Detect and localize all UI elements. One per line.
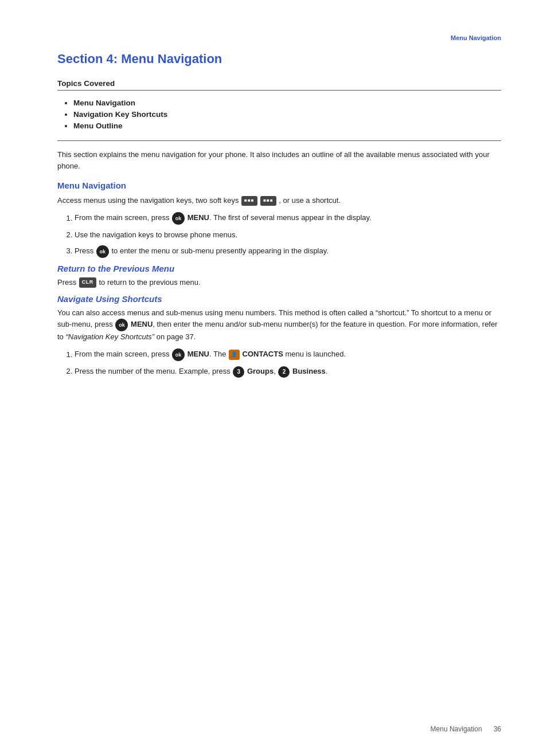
num-key-3: 3 bbox=[233, 366, 244, 378]
return-prev-body: Press CLR to return to the previous menu… bbox=[57, 277, 501, 288]
topics-covered-label: Topics Covered bbox=[57, 79, 501, 88]
return-prev-title: Return to the Previous Menu bbox=[57, 264, 501, 273]
footer-label: Menu Navigation bbox=[431, 725, 482, 733]
ok-key-3: ok bbox=[115, 319, 128, 331]
menu-nav-title: Menu Navigation bbox=[57, 181, 501, 190]
footer-inner: Menu Navigation 36 bbox=[431, 725, 501, 733]
footer: Menu Navigation 36 bbox=[0, 725, 547, 733]
list-item: Navigation Key Shortcuts bbox=[73, 110, 501, 119]
topics-list: Menu Navigation Navigation Key Shortcuts… bbox=[57, 99, 501, 130]
contacts-icon: 👤 bbox=[229, 350, 240, 360]
step-item: Press the number of the menu. Example, p… bbox=[75, 366, 501, 378]
page: Menu Navigation Section 4: Menu Navigati… bbox=[0, 0, 547, 756]
ok-key-1: ok bbox=[172, 212, 185, 225]
step-item: Use the navigation keys to browse phone … bbox=[75, 229, 501, 241]
ok-key-4: ok bbox=[172, 348, 185, 361]
navigate-shortcuts-title: Navigate Using Shortcuts bbox=[57, 294, 501, 304]
shortcuts-steps: From the main screen, press ok MENU. The… bbox=[57, 348, 501, 378]
divider-2 bbox=[57, 140, 501, 141]
step-item: Press ok to enter the menu or sub-menu p… bbox=[75, 245, 501, 258]
menu-nav-steps: From the main screen, press ok MENU. The… bbox=[57, 212, 501, 258]
header-label: Menu Navigation bbox=[57, 34, 501, 41]
shortcuts-body: You can also access menus and sub-menus … bbox=[57, 307, 501, 343]
footer-page-number: 36 bbox=[494, 725, 501, 733]
list-item: Menu Navigation bbox=[73, 99, 501, 107]
soft-key-1: ■■■ bbox=[241, 196, 257, 205]
menu-nav-body: Access menus using the navigation keys, … bbox=[57, 195, 501, 206]
soft-key-2: ■■■ bbox=[260, 196, 276, 205]
num-key-2: 2 bbox=[278, 366, 290, 378]
ok-key-2: ok bbox=[96, 245, 109, 258]
list-item: Menu Outline bbox=[73, 122, 501, 130]
divider-1 bbox=[57, 90, 501, 91]
section-title: Section 4: Menu Navigation bbox=[57, 52, 501, 66]
clr-key: CLR bbox=[79, 277, 96, 288]
ref-link: “Navigation Key Shortcuts” bbox=[65, 332, 154, 341]
step-item: From the main screen, press ok MENU. The… bbox=[75, 212, 501, 225]
intro-text: This section explains the menu navigatio… bbox=[57, 149, 501, 171]
step-item: From the main screen, press ok MENU. The… bbox=[75, 348, 501, 361]
